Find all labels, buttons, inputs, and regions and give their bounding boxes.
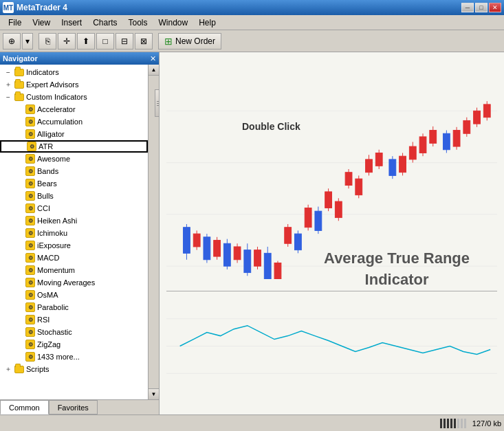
tree-item-stochastic[interactable]: ⚙Stochastic	[0, 326, 148, 338]
menu-help[interactable]: Help	[193, 16, 221, 29]
tree-icon-accumulation: ⚙	[25, 117, 36, 126]
svg-rect-43	[375, 153, 382, 166]
grip-line-3	[157, 105, 160, 106]
tree-expander-awesome	[14, 153, 25, 164]
toolbar-btn2[interactable]: ✛	[58, 33, 76, 49]
maximize-button[interactable]: □	[475, 3, 487, 12]
svg-rect-39	[355, 179, 362, 195]
tree-scrollbar: ▲ ▼	[148, 65, 159, 399]
scrollbar-thumb[interactable]	[155, 89, 160, 117]
status-bar-segment-5	[457, 419, 459, 428]
tree-expander-iexposure	[14, 240, 25, 251]
svg-rect-11	[214, 241, 221, 257]
toolbar-btn1[interactable]: ⎘	[39, 33, 56, 49]
svg-rect-51	[419, 137, 426, 153]
new-order-button[interactable]: ⊞ New Order	[158, 33, 221, 49]
tree-item-bears[interactable]: ⚙Bears	[0, 177, 148, 190]
status-bar-segment-3	[450, 419, 452, 428]
menu-window[interactable]: Window	[153, 16, 194, 29]
menu-file[interactable]: File	[3, 16, 27, 29]
toolbar-btn5[interactable]: ⊟	[116, 33, 133, 49]
tree-label-ichimoku: Ichimoku	[37, 229, 67, 237]
tree-item-zigzag[interactable]: ⚙ZigZag	[0, 338, 148, 351]
tree-icon-osma: ⚙	[25, 290, 36, 300]
tree-expander-scripts[interactable]: ＋	[3, 364, 14, 375]
tree-item-ichimoku[interactable]: ⚙Ichimoku	[0, 227, 148, 239]
tree-icon-zigzag: ⚙	[25, 340, 36, 349]
close-button[interactable]: ✕	[489, 3, 501, 12]
tree-icon-heiken-ashi: ⚙	[25, 216, 36, 225]
tree-item-bulls[interactable]: ⚙Bulls	[0, 190, 148, 202]
tree-label-zigzag: ZigZag	[37, 340, 61, 349]
scrollbar-down-button[interactable]: ▼	[149, 388, 160, 399]
tree-item-expert-advisors[interactable]: ＋Expert Advisors	[0, 78, 148, 91]
navigator-close-button[interactable]: ✕	[150, 54, 156, 63]
scrollbar-up-button[interactable]: ▲	[149, 65, 160, 76]
tree-item-alligator[interactable]: ⚙Alligator	[0, 128, 148, 140]
menu-tools[interactable]: Tools	[123, 16, 153, 29]
scrollbar-grip	[155, 90, 160, 116]
tree-icon-bears: ⚙	[25, 179, 36, 188]
tree-icon-iexposure: ⚙	[25, 241, 36, 250]
tree-icon-rsi: ⚙	[25, 315, 36, 324]
tree-expander-more	[14, 351, 25, 362]
tree-label-expert-advisors: Expert Advisors	[26, 80, 78, 89]
tree-item-cci[interactable]: ⚙CCI	[0, 202, 148, 214]
tree-item-osma[interactable]: ⚙OsMA	[0, 289, 148, 301]
minimize-button[interactable]: ─	[461, 3, 474, 12]
tree-item-parabolic[interactable]: ⚙Parabolic	[0, 301, 148, 313]
atr-indicator-label: Average True RangeIndicator	[324, 248, 470, 291]
tree-expander-custom-indicators[interactable]: −	[3, 91, 14, 102]
tree-item-macd[interactable]: ⚙MACD	[0, 252, 148, 264]
tree-item-custom-indicators[interactable]: −Custom Indicators	[0, 91, 148, 103]
toolbar-btn3[interactable]: ⬆	[77, 33, 95, 49]
tree-item-rsi[interactable]: ⚙RSI	[0, 313, 148, 326]
svg-rect-35	[335, 201, 342, 218]
toolbar-btn6[interactable]: ⊠	[135, 33, 153, 49]
nav-tab-common[interactable]: Common	[0, 400, 49, 415]
tree-item-heiken-ashi[interactable]: ⚙Heiken Ashi	[0, 214, 148, 227]
tree-item-accelerator[interactable]: ⚙Accelerator	[0, 103, 148, 115]
tree-item-scripts[interactable]: ＋Scripts	[0, 363, 148, 375]
tree-label-bears: Bears	[37, 179, 57, 188]
nav-tab-favorites[interactable]: Favorites	[49, 400, 98, 415]
tree-expander-stochastic	[14, 327, 25, 338]
svg-rect-25	[285, 228, 292, 244]
toolbar-dropdown1[interactable]: ▾	[22, 33, 33, 49]
tree-expander-parabolic	[14, 302, 25, 313]
menu-insert[interactable]: Insert	[56, 16, 87, 29]
svg-rect-45	[389, 159, 396, 176]
tree-item-atr[interactable]: ⚙ATR	[0, 140, 148, 153]
double-click-label: Double Click	[242, 121, 300, 132]
activity-indicator	[440, 419, 467, 428]
tree-expander-expert-advisors[interactable]: ＋	[3, 79, 14, 90]
tree-expander-bears	[14, 178, 25, 189]
svg-rect-49	[409, 146, 416, 159]
tree-icon-awesome: ⚙	[25, 154, 36, 164]
menu-charts[interactable]: Charts	[87, 16, 122, 29]
tree-item-momentum[interactable]: ⚙Momentum	[0, 264, 148, 276]
tree-label-awesome: Awesome	[37, 155, 70, 163]
tree-label-moving-averages: Moving Averages	[37, 278, 95, 287]
svg-rect-9	[204, 237, 210, 260]
tree-item-moving-averages[interactable]: ⚙Moving Averages	[0, 276, 148, 289]
menu-view[interactable]: View	[27, 16, 56, 29]
toolbar-btn4[interactable]: □	[96, 33, 114, 49]
tree-item-iexposure[interactable]: ⚙iExposure	[0, 239, 148, 252]
tree-item-awesome[interactable]: ⚙Awesome	[0, 153, 148, 165]
tree-icon-cci: ⚙	[25, 203, 36, 213]
tree-icon-more: ⚙	[25, 352, 36, 362]
tree-expander-indicators[interactable]: −	[3, 67, 14, 78]
toolbar-new-chart[interactable]: ⊕	[3, 33, 21, 49]
tree-item-indicators[interactable]: −Indicators	[0, 66, 148, 78]
tree-item-bands[interactable]: ⚙Bands	[0, 165, 148, 177]
tree-item-accumulation[interactable]: ⚙Accumulation	[0, 115, 148, 128]
tree-label-alligator: Alligator	[37, 130, 65, 138]
svg-rect-17	[244, 250, 251, 273]
tree-icon-accelerator: ⚙	[25, 104, 36, 114]
tree-expander-atr	[15, 141, 26, 152]
status-right: 127/0 kb	[440, 419, 501, 428]
tree-item-more[interactable]: ⚙1433 more...	[0, 351, 148, 363]
tree-label-macd: MACD	[37, 254, 59, 262]
svg-rect-7	[193, 234, 200, 247]
